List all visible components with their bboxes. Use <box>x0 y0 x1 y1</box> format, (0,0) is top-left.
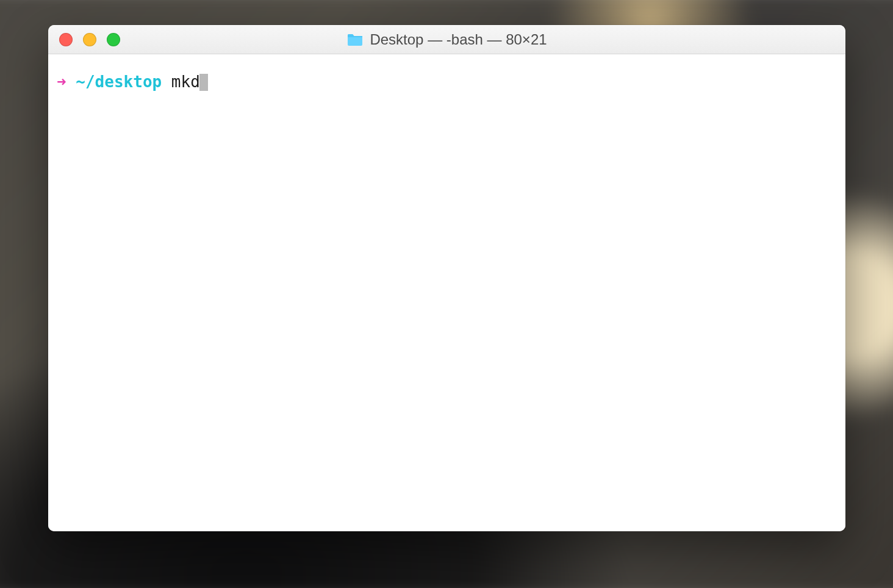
command-input-text: mkd <box>171 73 200 91</box>
traffic-lights <box>48 33 120 46</box>
prompt-arrow-icon: ➜ <box>57 73 66 91</box>
zoom-button[interactable] <box>107 33 120 46</box>
window-title-text: Desktop — -bash — 80×21 <box>370 31 547 48</box>
window-titlebar[interactable]: Desktop — -bash — 80×21 <box>48 25 845 54</box>
minimize-button[interactable] <box>83 33 96 46</box>
terminal-content[interactable]: ➜ ~/desktop mkd <box>48 54 845 531</box>
cursor-block <box>199 74 208 91</box>
window-title: Desktop — -bash — 80×21 <box>48 31 845 48</box>
close-button[interactable] <box>59 33 73 46</box>
prompt-path: ~/desktop <box>76 73 162 91</box>
folder-icon <box>346 33 364 46</box>
terminal-window: Desktop — -bash — 80×21 ➜ ~/desktop mkd <box>48 25 845 531</box>
